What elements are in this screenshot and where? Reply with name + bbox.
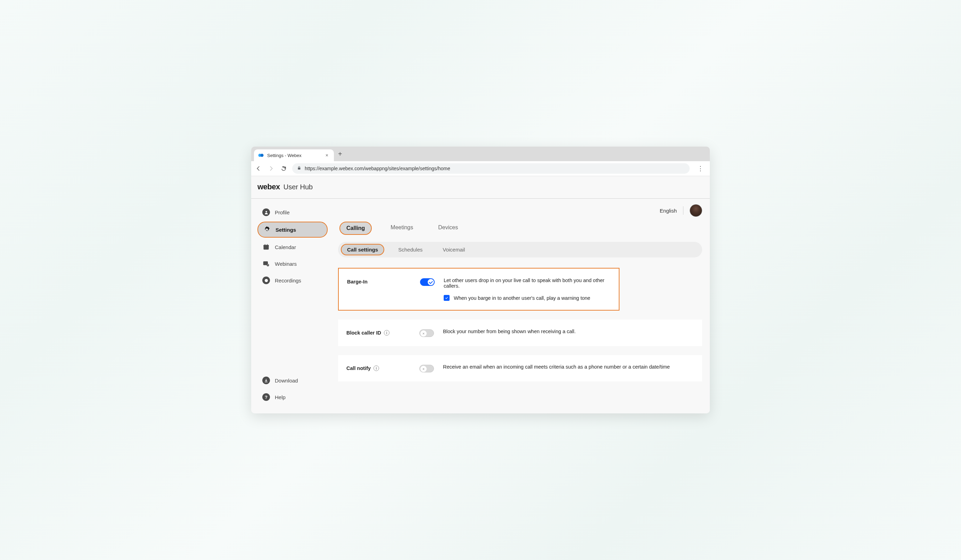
sidebar-item-webinars[interactable]: Webinars bbox=[257, 257, 328, 271]
help-icon: ? bbox=[262, 393, 270, 401]
sidebar-item-label: Download bbox=[275, 378, 298, 383]
browser-tab[interactable]: Settings - Webex × bbox=[254, 149, 334, 161]
block-caller-id-label: Block caller ID bbox=[346, 330, 381, 335]
svg-rect-7 bbox=[267, 244, 268, 246]
sidebar-item-help[interactable]: ? Help bbox=[257, 390, 328, 404]
sidebar-item-recordings[interactable]: Recordings bbox=[257, 273, 328, 288]
sidebar-item-label: Calendar bbox=[275, 244, 296, 250]
content-area: English Calling Meetings Devices bbox=[331, 199, 710, 413]
tab-label: Meetings bbox=[391, 225, 413, 230]
sidebar-item-profile[interactable]: Profile bbox=[257, 205, 328, 220]
webinars-icon bbox=[262, 260, 270, 268]
brand-logo: webex bbox=[257, 182, 280, 191]
subtab-voicemail[interactable]: Voicemail bbox=[436, 244, 471, 255]
profile-icon bbox=[262, 209, 270, 216]
card-block-caller-id: Block caller ID i Block your number from… bbox=[338, 319, 702, 346]
address-bar: https://example.webex.com/webappng/sites… bbox=[251, 161, 710, 176]
sub-tabs: Call settings Schedules Voicemail bbox=[338, 242, 702, 257]
svg-point-10 bbox=[264, 279, 268, 282]
sidebar: Profile Settings Calendar bbox=[251, 199, 331, 413]
svg-point-3 bbox=[265, 211, 267, 212]
svg-point-1 bbox=[260, 154, 264, 157]
call-notify-label: Call notify bbox=[346, 366, 371, 371]
info-icon[interactable]: i bbox=[373, 366, 379, 371]
calendar-icon bbox=[262, 243, 270, 251]
card-barge-in: Barge-In Let other users drop in on your… bbox=[338, 268, 619, 311]
subtab-label: Schedules bbox=[398, 247, 423, 253]
sidebar-item-label: Help bbox=[275, 394, 286, 400]
call-notify-description: Receive an email when an incoming call m… bbox=[443, 364, 694, 370]
recordings-icon bbox=[262, 276, 270, 284]
reload-button[interactable] bbox=[280, 165, 287, 172]
webex-favicon bbox=[258, 152, 264, 158]
tab-devices[interactable]: Devices bbox=[432, 221, 464, 235]
tab-label: Calling bbox=[346, 225, 365, 231]
browser-window: Settings - Webex × + https://example.web… bbox=[251, 147, 710, 413]
forward-button[interactable] bbox=[267, 165, 275, 172]
sidebar-item-calendar[interactable]: Calendar bbox=[257, 240, 328, 254]
tab-strip: Settings - Webex × + bbox=[251, 147, 710, 161]
language-selector[interactable]: English bbox=[660, 208, 677, 213]
back-button[interactable] bbox=[255, 165, 262, 172]
main-tabs: Calling Meetings Devices bbox=[338, 220, 702, 242]
url-field[interactable]: https://example.webex.com/webappng/sites… bbox=[292, 163, 689, 174]
divider bbox=[683, 206, 683, 215]
svg-rect-2 bbox=[298, 168, 301, 170]
sidebar-item-label: Webinars bbox=[275, 261, 297, 267]
card-call-notify: Call notify i Receive an email when an i… bbox=[338, 355, 702, 382]
info-icon[interactable]: i bbox=[384, 330, 389, 335]
subtab-label: Call settings bbox=[347, 247, 378, 253]
barge-in-toggle[interactable] bbox=[420, 278, 435, 286]
tab-meetings[interactable]: Meetings bbox=[384, 221, 419, 235]
block-caller-id-toggle[interactable] bbox=[419, 329, 434, 337]
barge-in-warning-checkbox[interactable] bbox=[444, 295, 450, 301]
lock-icon bbox=[297, 166, 301, 171]
subtab-schedules[interactable]: Schedules bbox=[392, 244, 429, 255]
url-text: https://example.webex.com/webappng/sites… bbox=[305, 166, 450, 171]
download-icon bbox=[262, 377, 270, 384]
sidebar-item-label: Recordings bbox=[275, 278, 301, 284]
close-tab-icon[interactable]: × bbox=[324, 152, 330, 159]
topbar: English bbox=[338, 204, 702, 217]
browser-menu-icon[interactable]: ⋮ bbox=[694, 165, 706, 172]
tab-label: Devices bbox=[438, 225, 458, 230]
svg-rect-6 bbox=[265, 244, 265, 246]
barge-in-description: Let other users drop in on your live cal… bbox=[444, 278, 611, 289]
sidebar-item-download[interactable]: Download bbox=[257, 373, 328, 388]
app-header: webex User Hub bbox=[251, 176, 710, 199]
sidebar-item-settings[interactable]: Settings bbox=[257, 221, 328, 237]
svg-rect-5 bbox=[264, 245, 269, 246]
sidebar-item-label: Profile bbox=[275, 210, 290, 215]
gear-icon bbox=[263, 226, 271, 233]
tab-title: Settings - Webex bbox=[267, 153, 321, 158]
barge-in-label: Barge-In bbox=[347, 278, 413, 284]
block-caller-id-description: Block your number from being shown when … bbox=[443, 329, 694, 334]
call-notify-toggle[interactable] bbox=[419, 365, 434, 372]
user-avatar[interactable] bbox=[689, 204, 702, 217]
new-tab-button[interactable]: + bbox=[334, 149, 346, 159]
tab-calling[interactable]: Calling bbox=[339, 221, 372, 235]
barge-in-warning-label: When you barge in to another user's call… bbox=[454, 295, 590, 301]
sidebar-item-label: Settings bbox=[275, 227, 296, 233]
subtab-label: Voicemail bbox=[443, 247, 465, 253]
page-content: webex User Hub Profile bbox=[251, 176, 710, 413]
subtab-call-settings[interactable]: Call settings bbox=[341, 244, 384, 255]
brand-subtitle: User Hub bbox=[283, 183, 313, 191]
